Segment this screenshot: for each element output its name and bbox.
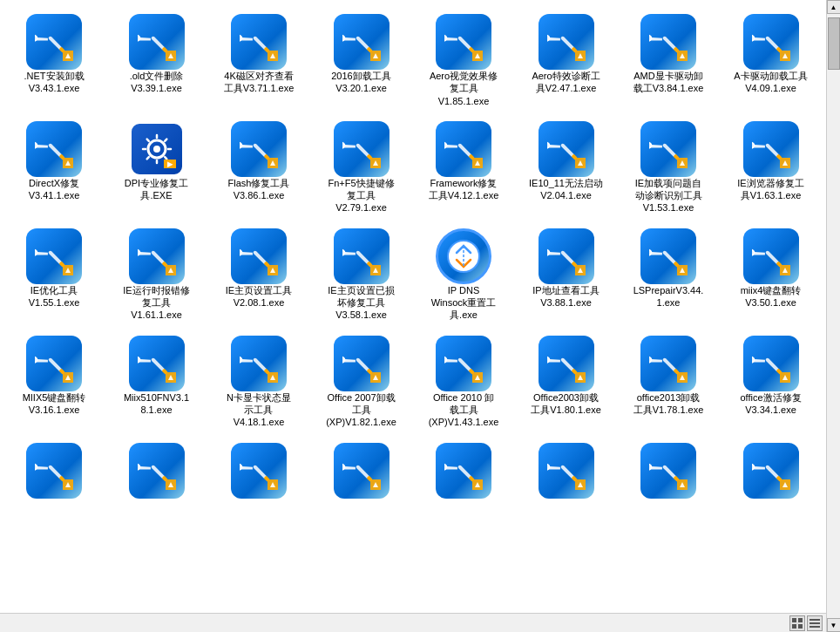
icon-image bbox=[436, 228, 491, 284]
icon-item[interactable]: office激活修复V3.34.1.exe bbox=[721, 329, 822, 436]
icon-label: Office2003卸载工具V1.80.1.exe bbox=[531, 391, 601, 417]
svg-rect-172 bbox=[810, 626, 820, 628]
icon-item[interactable]: Fn+F5快捷键修复工具V2.79.1.exe bbox=[311, 114, 412, 221]
status-bar bbox=[0, 613, 826, 632]
icon-item[interactable] bbox=[721, 436, 822, 540]
icon-item[interactable] bbox=[106, 436, 207, 540]
icon-item[interactable]: AMD显卡驱动卸载工V3.84.1.exe bbox=[618, 7, 719, 114]
icon-label: MIIX5键盘翻转V3.16.1.exe bbox=[23, 391, 86, 417]
scroll-thumb[interactable] bbox=[828, 17, 840, 70]
icon-image: ▶ bbox=[129, 121, 185, 177]
icon-item[interactable]: office2013卸载工具V1.78.1.exe bbox=[618, 329, 719, 436]
icon-label: miix4键盘翻转V3.50.1.exe bbox=[741, 284, 802, 309]
icon-item[interactable]: IE运行时报错修复工具V1.61.1.exe bbox=[106, 221, 207, 329]
svg-rect-169 bbox=[798, 624, 803, 629]
scroll-track[interactable] bbox=[827, 14, 841, 618]
icon-label: Flash修复工具V3.86.1.exe bbox=[228, 177, 290, 202]
icon-item[interactable] bbox=[516, 436, 617, 540]
icon-item[interactable]: IE主页设置工具V2.08.1.exe bbox=[208, 221, 309, 329]
icon-item[interactable]: Office 2007卸载工具(XP)V1.82.1.exe bbox=[311, 329, 412, 436]
icon-item[interactable]: .NET安装卸载V3.43.1.exe bbox=[3, 7, 105, 114]
icon-item[interactable] bbox=[311, 436, 412, 540]
svg-line-41 bbox=[146, 157, 148, 159]
icon-label: office激活修复V3.34.1.exe bbox=[740, 391, 801, 417]
icon-item[interactable]: IE10_11无法启动V2.04.1.exe bbox=[516, 114, 617, 221]
icon-item[interactable]: MIIX5键盘翻转V3.16.1.exe bbox=[3, 329, 105, 436]
icon-image bbox=[334, 14, 390, 70]
icon-item[interactable]: Framework修复工具V4.12.1.exe bbox=[413, 114, 514, 221]
icon-image bbox=[436, 14, 491, 70]
icon-image bbox=[129, 443, 185, 499]
icon-item[interactable]: IE优化工具V1.55.1.exe bbox=[3, 221, 105, 329]
scroll-down-arrow[interactable]: ▼ bbox=[827, 618, 841, 632]
icon-item[interactable]: Flash修复工具V3.86.1.exe bbox=[208, 114, 309, 221]
icon-item[interactable] bbox=[618, 436, 719, 540]
icon-image bbox=[539, 228, 594, 284]
grid-view-button[interactable] bbox=[789, 615, 805, 631]
icon-image bbox=[26, 228, 82, 284]
icon-image bbox=[436, 443, 491, 499]
icon-image bbox=[231, 443, 287, 499]
icon-image bbox=[231, 228, 287, 284]
icon-label: A卡驱动卸载工具V4.09.1.exe bbox=[734, 70, 807, 95]
icon-label: DirectX修复V3.41.1.exe bbox=[29, 177, 80, 202]
icon-item[interactable]: IP地址查看工具V3.88.1.exe bbox=[516, 221, 617, 329]
icon-label: AMD显卡驱动卸载工V3.84.1.exe bbox=[633, 70, 704, 95]
icon-image bbox=[640, 336, 696, 391]
icon-item[interactable]: Office 2010 卸载工具(XP)V1.43.1.exe bbox=[413, 329, 514, 436]
icon-item[interactable]: Aero特效诊断工具V2.47.1.exe bbox=[516, 7, 617, 114]
icon-label: IP地址查看工具V3.88.1.exe bbox=[532, 284, 599, 309]
icon-image bbox=[26, 336, 82, 391]
icon-item[interactable]: Aero视觉效果修复工具V1.85.1.exe bbox=[413, 7, 514, 114]
list-view-button[interactable] bbox=[807, 615, 823, 631]
svg-line-45 bbox=[165, 139, 166, 141]
icon-image bbox=[26, 121, 82, 177]
svg-rect-166 bbox=[792, 618, 796, 622]
icon-label: IE加载项问题自动诊断识别工具V1.53.1.exe bbox=[635, 177, 702, 214]
icon-item[interactable] bbox=[3, 436, 105, 540]
icon-item[interactable]: 4K磁区对齐查看工具V3.71.1.exe bbox=[208, 7, 309, 114]
icon-image bbox=[129, 228, 185, 284]
icon-label: 4K磁区对齐查看工具V3.71.1.exe bbox=[224, 70, 295, 95]
icon-item[interactable]: miix4键盘翻转V3.50.1.exe bbox=[721, 221, 822, 329]
icon-item[interactable]: IP DNSWinsock重置工具.exe bbox=[413, 221, 514, 329]
icon-item[interactable]: 2016卸载工具V3.20.1.exe bbox=[311, 7, 412, 114]
icon-grid: .NET安装卸载V3.43.1.exe .old文件删除V3.39.1.exe bbox=[3, 7, 823, 540]
scroll-up-arrow[interactable]: ▲ bbox=[827, 0, 841, 14]
icon-label: IE浏览器修复工具V1.63.1.exe bbox=[737, 177, 803, 202]
svg-point-37 bbox=[153, 146, 160, 153]
icon-label: LSPrepairV3.44.1.exe bbox=[633, 284, 704, 309]
icon-item[interactable]: N卡显卡状态显示工具V4.18.1.exe bbox=[208, 329, 309, 436]
icon-item[interactable]: Miix510FNV3.18.1.exe bbox=[106, 329, 207, 436]
icon-item[interactable]: ▶ DPI专业修复工具.EXE bbox=[106, 114, 207, 221]
icon-item[interactable]: LSPrepairV3.44.1.exe bbox=[618, 221, 719, 329]
icon-item[interactable]: .old文件删除V3.39.1.exe bbox=[106, 7, 207, 114]
icon-label: DPI专业修复工具.EXE bbox=[125, 177, 188, 202]
icon-label: IE运行时报错修复工具V1.61.1.exe bbox=[123, 284, 189, 322]
icon-item[interactable]: IE浏览器修复工具V1.63.1.exe bbox=[721, 114, 822, 221]
icon-image bbox=[231, 336, 287, 391]
icon-image bbox=[26, 14, 82, 70]
icon-item[interactable] bbox=[208, 436, 309, 540]
icon-item[interactable]: Office2003卸载工具V1.80.1.exe bbox=[516, 329, 617, 436]
svg-line-43 bbox=[146, 139, 148, 141]
svg-rect-170 bbox=[810, 619, 820, 621]
icon-image bbox=[334, 336, 390, 391]
icon-image bbox=[743, 228, 799, 284]
icon-label: Aero视觉效果修复工具V1.85.1.exe bbox=[430, 70, 498, 107]
scrollbar[interactable]: ▲ ▼ bbox=[826, 0, 840, 632]
icon-image bbox=[539, 336, 594, 391]
icon-label: .NET安装卸载V3.43.1.exe bbox=[24, 70, 84, 95]
icon-label: IE优化工具V1.55.1.exe bbox=[29, 284, 80, 309]
icon-item[interactable]: IE主页设置已损坏修复工具V3.58.1.exe bbox=[311, 221, 412, 329]
icon-item[interactable]: DirectX修复V3.41.1.exe bbox=[3, 114, 105, 221]
icon-image bbox=[231, 14, 287, 70]
icon-item[interactable]: A卡驱动卸载工具V4.09.1.exe bbox=[721, 7, 822, 114]
svg-line-39 bbox=[165, 157, 166, 159]
icon-label: IE10_11无法启动V2.04.1.exe bbox=[529, 177, 603, 202]
file-view[interactable]: .NET安装卸载V3.43.1.exe .old文件删除V3.39.1.exe bbox=[0, 0, 826, 632]
icon-label: .old文件删除V3.39.1.exe bbox=[130, 70, 184, 95]
icon-item[interactable] bbox=[413, 436, 514, 540]
main-container: .NET安装卸载V3.43.1.exe .old文件删除V3.39.1.exe bbox=[0, 0, 840, 632]
icon-item[interactable]: IE加载项问题自动诊断识别工具V1.53.1.exe bbox=[618, 114, 719, 221]
